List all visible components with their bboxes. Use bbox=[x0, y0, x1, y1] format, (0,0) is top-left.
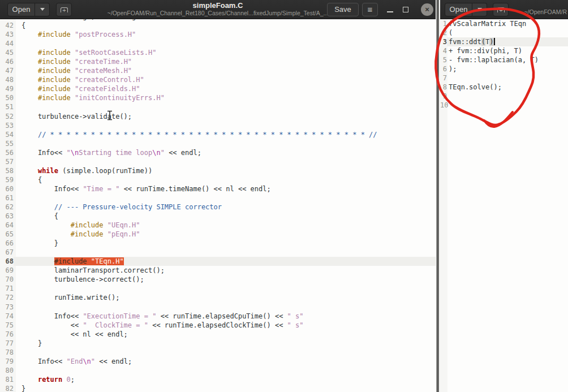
save-button[interactable]: Save bbox=[327, 3, 359, 16]
code-line-59[interactable]: 59 { bbox=[0, 175, 436, 184]
maximize-button[interactable] bbox=[403, 7, 408, 12]
menu-button[interactable]: ≡ bbox=[362, 3, 378, 16]
open-button[interactable]: Open bbox=[7, 3, 35, 16]
code-line-74[interactable]: 74 Info<< "ExecutionTime = " << runTime.… bbox=[0, 312, 436, 321]
code-line-71[interactable]: 71 bbox=[0, 284, 436, 293]
code-text[interactable]: } bbox=[14, 239, 436, 248]
code-text[interactable]: + fvm::div(phi, T) bbox=[447, 46, 568, 55]
close-button[interactable]: × bbox=[421, 3, 433, 16]
code-line-10[interactable]: 10 bbox=[440, 101, 568, 110]
code-text[interactable]: Info<< "ExecutionTime = " << runTime.ela… bbox=[14, 312, 436, 321]
code-text[interactable]: } bbox=[14, 384, 436, 392]
code-line-64[interactable]: 64 #include "UEqn.H" bbox=[0, 221, 436, 230]
code-text[interactable]: << nl << endl; bbox=[14, 330, 436, 339]
code-text[interactable]: return 0; bbox=[14, 375, 436, 384]
code-line-1[interactable]: 1fvScalarMatrix TEqn bbox=[440, 19, 568, 28]
code-text[interactable]: turbulence->correct(); bbox=[14, 275, 436, 284]
code-text[interactable] bbox=[14, 121, 436, 130]
code-text[interactable] bbox=[447, 74, 568, 83]
code-text[interactable]: #include "UEqn.H" bbox=[14, 221, 436, 230]
code-line-57[interactable]: 57 bbox=[0, 157, 436, 166]
code-line-76[interactable]: 76 << nl << endl; bbox=[0, 330, 436, 339]
code-line-43[interactable]: 43 #include "postProcess.H" bbox=[0, 30, 436, 39]
code-line-70[interactable]: 70 turbulence->correct(); bbox=[0, 275, 436, 284]
code-line-68[interactable]: 68 #include "TEqn.H" bbox=[0, 257, 436, 266]
code-line-75[interactable]: 75 << " ClockTime = " << runTime.elapsed… bbox=[0, 321, 436, 330]
code-line-44[interactable]: 44 bbox=[0, 39, 436, 48]
code-line-67[interactable]: 67 bbox=[0, 248, 436, 257]
code-text[interactable]: fvScalarMatrix TEqn bbox=[447, 19, 568, 28]
code-text[interactable] bbox=[14, 157, 436, 166]
code-text[interactable] bbox=[14, 303, 436, 312]
code-text[interactable]: turbulence->validate(); bbox=[14, 112, 436, 121]
code-text[interactable] bbox=[14, 193, 436, 203]
code-text[interactable] bbox=[14, 366, 436, 375]
code-line-4[interactable]: 4+ fvm::div(phi, T) bbox=[440, 46, 568, 55]
code-line-51[interactable]: 51 bbox=[0, 102, 436, 111]
code-text[interactable]: ( bbox=[447, 28, 568, 37]
code-line-53[interactable]: 53 bbox=[0, 121, 436, 130]
code-editor-left[interactable]: 41int main(int argc, char *argv[])42{43 … bbox=[0, 19, 436, 392]
code-line-77[interactable]: 77 } bbox=[0, 339, 436, 348]
open-dropdown-button[interactable] bbox=[35, 3, 50, 16]
code-text[interactable]: Info<< "End\n" << endl; bbox=[14, 357, 436, 366]
code-text[interactable]: #include "setRootCaseLists.H" bbox=[14, 48, 436, 57]
code-line-58[interactable]: 58 while (simple.loop(runTime)) bbox=[0, 166, 436, 175]
code-line-8[interactable]: 8TEqn.solve(); bbox=[440, 83, 568, 92]
code-line-65[interactable]: 65 #include "pEqn.H" bbox=[0, 230, 436, 239]
code-line-73[interactable]: 73 bbox=[0, 303, 436, 312]
code-line-61[interactable]: 61 bbox=[0, 193, 436, 203]
code-editor-right[interactable]: 1fvScalarMatrix TEqn2(3fvm::ddt(T)4+ fvm… bbox=[440, 19, 568, 392]
code-line-56[interactable]: 56 Info<< "\nStarting time loop\n" << en… bbox=[0, 148, 436, 157]
code-text[interactable] bbox=[447, 92, 568, 101]
code-line-55[interactable]: 55 bbox=[0, 139, 436, 148]
code-text[interactable]: #include "createControl.H" bbox=[14, 75, 436, 84]
code-text[interactable]: Info<< "Time = " << runTime.timeName() <… bbox=[14, 184, 436, 193]
code-text[interactable] bbox=[14, 39, 436, 48]
code-line-7[interactable]: 7 bbox=[440, 74, 568, 83]
code-line-60[interactable]: 60 Info<< "Time = " << runTime.timeName(… bbox=[0, 184, 436, 193]
code-text[interactable]: #include "createFields.H" bbox=[14, 84, 436, 93]
code-text[interactable]: << " ClockTime = " << runTime.elapsedClo… bbox=[14, 321, 436, 330]
code-line-62[interactable]: 62 // --- Pressure-velocity SIMPLE corre… bbox=[0, 203, 436, 212]
code-text[interactable]: { bbox=[14, 212, 436, 221]
new-tab-button[interactable]: + bbox=[56, 3, 72, 16]
code-line-79[interactable]: 79 Info<< "End\n" << endl; bbox=[0, 357, 436, 366]
code-line-82[interactable]: 82} bbox=[0, 384, 436, 392]
code-line-66[interactable]: 66 } bbox=[0, 239, 436, 248]
code-text[interactable] bbox=[14, 139, 436, 148]
code-text[interactable]: #include "createMesh.H" bbox=[14, 66, 436, 75]
code-line-81[interactable]: 81 return 0; bbox=[0, 375, 436, 384]
code-line-6[interactable]: 6); bbox=[440, 64, 568, 74]
code-text[interactable]: - fvm::laplacian(a, T) bbox=[447, 55, 568, 64]
minimize-button[interactable] bbox=[387, 11, 393, 12]
code-line-5[interactable]: 5- fvm::laplacian(a, T) bbox=[440, 55, 568, 64]
code-line-78[interactable]: 78 bbox=[0, 348, 436, 357]
code-text[interactable]: ); bbox=[447, 64, 568, 74]
code-text[interactable]: while (simple.loop(runTime)) bbox=[14, 166, 436, 175]
code-text[interactable]: #include "createTime.H" bbox=[14, 57, 436, 66]
code-line-80[interactable]: 80 bbox=[0, 366, 436, 375]
code-line-42[interactable]: 42{ bbox=[0, 21, 436, 30]
code-text[interactable]: laminarTransport.correct(); bbox=[14, 266, 436, 275]
code-text[interactable] bbox=[14, 284, 436, 293]
code-line-63[interactable]: 63 { bbox=[0, 212, 436, 221]
code-text[interactable]: #include "postProcess.H" bbox=[14, 30, 436, 39]
code-text[interactable]: // * * * * * * * * * * * * * * * * * * *… bbox=[14, 130, 436, 139]
code-text[interactable]: #include "TEqn.H" bbox=[14, 257, 436, 266]
code-text[interactable]: { bbox=[14, 175, 436, 184]
code-line-50[interactable]: 50 #include "initContinuityErrs.H" bbox=[0, 93, 436, 102]
code-line-45[interactable]: 45 #include "setRootCaseLists.H" bbox=[0, 48, 436, 57]
code-line-69[interactable]: 69 laminarTransport.correct(); bbox=[0, 266, 436, 275]
code-text[interactable]: } bbox=[14, 339, 436, 348]
code-text[interactable]: fvm::ddt(T) bbox=[447, 37, 568, 46]
code-text[interactable]: #include "pEqn.H" bbox=[14, 230, 436, 239]
code-text[interactable]: { bbox=[14, 21, 436, 30]
code-line-49[interactable]: 49 #include "createFields.H" bbox=[0, 84, 436, 93]
code-line-9[interactable]: 9 bbox=[440, 92, 568, 101]
code-line-46[interactable]: 46 #include "createTime.H" bbox=[0, 57, 436, 66]
code-line-48[interactable]: 48 #include "createControl.H" bbox=[0, 75, 436, 84]
code-line-72[interactable]: 72 runTime.write(); bbox=[0, 293, 436, 302]
code-text[interactable] bbox=[14, 348, 436, 357]
code-line-47[interactable]: 47 #include "createMesh.H" bbox=[0, 66, 436, 75]
